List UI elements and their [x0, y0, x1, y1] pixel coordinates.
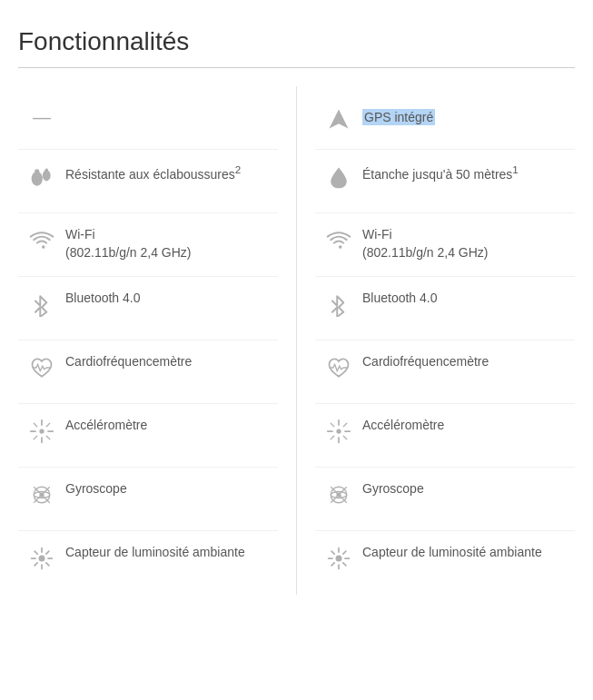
- heart-rate-icon: [18, 353, 65, 380]
- svg-point-3: [45, 168, 49, 172]
- brightness-icon-right: [315, 544, 362, 571]
- list-item: Étanche jusqu'à 50 mètres1: [315, 150, 575, 213]
- water-icon: [315, 163, 362, 190]
- svg-line-25: [46, 551, 49, 554]
- svg-line-12: [34, 436, 37, 439]
- bluetooth-icon: [18, 290, 65, 317]
- svg-line-48: [343, 563, 346, 566]
- brightness-icon: [18, 544, 65, 571]
- wifi-icon: [18, 226, 65, 253]
- list-item: Cardiofréquencemètre: [18, 340, 278, 404]
- svg-line-33: [331, 423, 334, 427]
- wifi-label: Wi-Fi: [65, 226, 278, 244]
- title-divider: [18, 67, 575, 68]
- accelerometer-label-right: Accéléromètre: [362, 418, 444, 432]
- heart-rate-label-right: Cardiofréquencemètre: [362, 354, 489, 369]
- list-item: Wi-Fi (802.11b/g/n 2,4 GHz): [18, 213, 278, 277]
- right-column: GPS intégré Étanche jusqu'à 50 mètres1: [296, 86, 575, 595]
- accelerometer-icon-right: [315, 417, 362, 444]
- list-item: Gyroscope: [315, 468, 575, 531]
- left-column: — Résistante aux éclaboussures2: [18, 86, 296, 595]
- svg-line-49: [343, 551, 346, 554]
- bluetooth-label: Bluetooth 4.0: [65, 291, 141, 305]
- heart-rate-label: Cardiofréquencemètre: [65, 354, 192, 369]
- list-item: —: [18, 86, 278, 150]
- list-item: Wi-Fi (802.11b/g/n 2,4 GHz): [315, 213, 575, 277]
- svg-line-9: [34, 423, 37, 427]
- svg-point-42: [336, 556, 342, 562]
- page-title: Fonctionnalités: [18, 27, 575, 56]
- gps-icon: [315, 104, 362, 132]
- wifi-detail-right: (802.11b/g/n 2,4 GHz): [362, 244, 575, 262]
- svg-line-11: [46, 423, 50, 427]
- list-item: Gyroscope: [18, 468, 278, 531]
- bluetooth-label-right: Bluetooth 4.0: [362, 291, 438, 305]
- water-text: Étanche jusqu'à 50 mètres1: [362, 167, 519, 182]
- list-item: GPS intégré: [315, 86, 575, 150]
- svg-point-18: [39, 556, 45, 562]
- svg-point-2: [35, 169, 39, 173]
- list-item: Bluetooth 4.0: [315, 277, 575, 340]
- wifi-detail: (802.11b/g/n 2,4 GHz): [65, 244, 278, 262]
- gyroscope-icon-right: [315, 480, 362, 508]
- list-item: Capteur de luminosité ambiante: [315, 531, 575, 595]
- list-item: Capteur de luminosité ambiante: [18, 531, 278, 595]
- gyroscope-label: Gyroscope: [65, 481, 127, 496]
- wifi-label-right: Wi-Fi: [362, 226, 575, 244]
- svg-point-4: [39, 429, 44, 433]
- gps-text: GPS intégré: [362, 109, 435, 125]
- gyroscope-icon: [18, 480, 65, 508]
- wifi-icon-right: [315, 226, 362, 253]
- list-item: Bluetooth 4.0: [18, 277, 278, 340]
- svg-line-36: [331, 436, 334, 439]
- splash-text: Résistante aux éclaboussures2: [65, 167, 241, 182]
- list-item: Accéléromètre: [18, 404, 278, 468]
- list-item: Cardiofréquencemètre: [315, 340, 575, 404]
- svg-line-47: [331, 551, 334, 554]
- feature-columns: — Résistante aux éclaboussures2: [18, 86, 575, 595]
- list-item: Accéléromètre: [315, 404, 575, 468]
- brightness-label: Capteur de luminosité ambiante: [65, 545, 245, 559]
- svg-line-10: [46, 436, 50, 439]
- bluetooth-icon-right: [315, 290, 362, 317]
- brightness-label-right: Capteur de luminosité ambiante: [362, 545, 542, 559]
- svg-line-50: [331, 563, 334, 566]
- svg-marker-27: [330, 109, 349, 128]
- svg-line-26: [35, 563, 37, 566]
- accelerometer-icon: [18, 417, 65, 444]
- svg-point-28: [336, 429, 341, 433]
- svg-line-24: [46, 563, 49, 566]
- splash-icon: [18, 163, 65, 190]
- accelerometer-label: Accéléromètre: [65, 418, 147, 432]
- svg-line-23: [35, 551, 37, 554]
- svg-line-34: [343, 436, 347, 439]
- heart-rate-icon-right: [315, 353, 362, 380]
- dash-icon: —: [18, 107, 65, 128]
- svg-point-1: [43, 170, 51, 181]
- list-item: Résistante aux éclaboussures2: [18, 150, 278, 213]
- gyroscope-label-right: Gyroscope: [362, 481, 424, 496]
- svg-line-35: [343, 423, 347, 427]
